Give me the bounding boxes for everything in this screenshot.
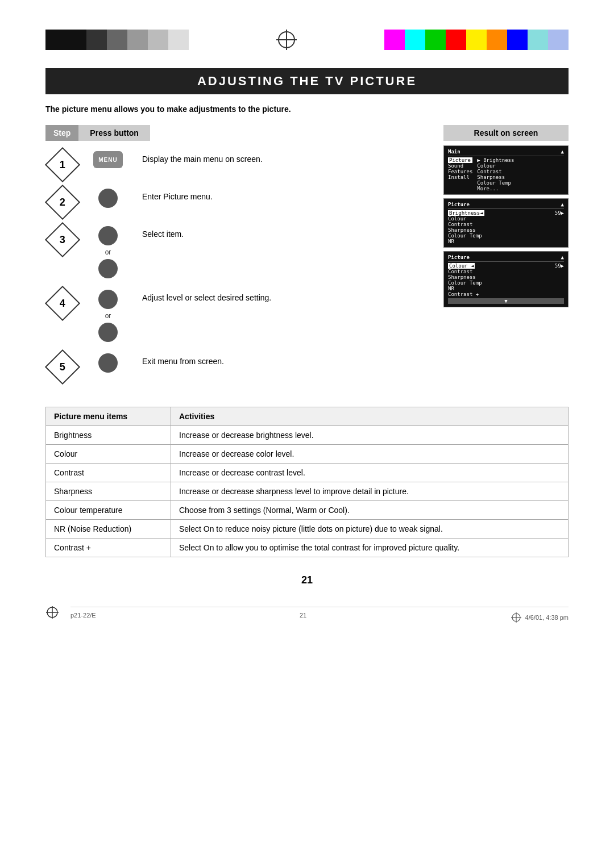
bar-magenta xyxy=(384,30,405,50)
table-activity-cell: Select On to reduce noisy picture (littl… xyxy=(171,520,569,539)
step-1-diamond: 1 xyxy=(45,147,80,182)
bar-white-1 xyxy=(168,30,189,50)
nav-button-4b[interactable] xyxy=(98,323,118,342)
step-5-description: Exit menu from screen. xyxy=(136,352,432,366)
screen-preview-2: Picture ▲ Brightness◄ 59▶ Colour Contras… xyxy=(443,198,569,248)
table-item-cell: Colour temperature xyxy=(46,501,171,520)
step-3-diamond: 3 xyxy=(45,222,80,257)
bar-orange xyxy=(487,30,507,50)
step-2-number: 2 xyxy=(45,187,80,215)
result-header-label: Result on screen xyxy=(443,125,569,141)
crosshair-bottom-left-icon xyxy=(45,606,59,619)
or-text-3: or xyxy=(105,248,111,256)
bar-dark-1 xyxy=(86,30,107,50)
step-3-button-area: or xyxy=(80,225,136,278)
screen-preview-3: Picture ▲ Colour ◄ 59▶ Contrast Sharpnes… xyxy=(443,251,569,307)
bar-cyan xyxy=(405,30,425,50)
color-bars-left xyxy=(45,30,189,50)
step-1-button-area: MENU xyxy=(80,150,136,168)
color-bars-right xyxy=(384,30,569,50)
step-1-description: Display the main menu on screen. xyxy=(136,150,432,164)
table-activity-cell: Select On to allow you to optimise the t… xyxy=(171,539,569,557)
step-1-row: 1 MENU Display the main menu on screen. xyxy=(45,150,432,177)
bar-black-2 xyxy=(66,30,86,50)
table-item-cell: Brightness xyxy=(46,426,171,445)
bar-mid-1 xyxy=(107,30,127,50)
table-item-cell: Contrast xyxy=(46,464,171,482)
step-4-number: 4 xyxy=(45,289,80,316)
footer-left: p21-22/E xyxy=(70,612,96,623)
steps-header: Step Press button xyxy=(45,125,432,141)
step-2-button-area xyxy=(80,187,136,208)
step-5-row: 5 Exit menu from screen. xyxy=(45,352,432,379)
table-row: Contrast +Select On to allow you to opti… xyxy=(46,539,569,557)
table-row: Colour temperatureChoose from 3 settings… xyxy=(46,501,569,520)
crosshair-left xyxy=(269,28,304,51)
table-row: BrightnessIncrease or decrease brightnes… xyxy=(46,426,569,445)
step-4-diamond: 4 xyxy=(45,286,80,321)
table-row: ColourIncrease or decrease color level. xyxy=(46,445,569,464)
step-4-button-area: or xyxy=(80,289,136,342)
table-activity-cell: Increase or decrease contrast level. xyxy=(171,464,569,482)
step-4-description: Adjust level or select desired setting. xyxy=(136,289,432,302)
step-2-description: Enter Picture menu. xyxy=(136,187,432,201)
step-3-row: 3 or Select item. xyxy=(45,225,432,278)
step-5-number: 5 xyxy=(45,352,80,379)
table-row: NR (Noise Reduction)Select On to reduce … xyxy=(46,520,569,539)
nav-button-3a[interactable] xyxy=(98,226,118,245)
bar-black-1 xyxy=(45,30,66,50)
table-activity-cell: Increase or decrease color level. xyxy=(171,445,569,464)
table-row: SharpnessIncrease or decrease sharpness … xyxy=(46,482,569,501)
table-item-cell: Sharpness xyxy=(46,482,171,501)
screen-preview-1: Main ▲ Picture Sound Features Install ▶ … xyxy=(443,145,569,195)
nav-button-5[interactable] xyxy=(98,353,118,373)
table-activity-cell: Increase or decrease brightness level. xyxy=(171,426,569,445)
step-2-diamond: 2 xyxy=(45,185,80,220)
bar-light-1 xyxy=(127,30,148,50)
bar-ltcyan xyxy=(528,30,548,50)
table-activity-cell: Increase or decrease sharpness level to … xyxy=(171,482,569,501)
table-col1-header: Picture menu items xyxy=(46,407,171,426)
step-1-number: 1 xyxy=(45,150,80,177)
or-text-4: or xyxy=(105,312,111,320)
bar-yellow xyxy=(466,30,487,50)
bar-lighter-1 xyxy=(148,30,168,50)
page: Adjusting the TV Picture The picture men… xyxy=(0,0,614,868)
step-4-row: 4 or Adjust level or select desired sett… xyxy=(45,289,432,342)
table-item-cell: NR (Noise Reduction) xyxy=(46,520,171,539)
step-5-diamond: 5 xyxy=(45,349,80,385)
subtitle: The picture menu allows you to make adju… xyxy=(45,105,569,114)
page-title: Adjusting the TV Picture xyxy=(45,68,569,94)
step-2-row: 2 Enter Picture menu. xyxy=(45,187,432,215)
step-5-button-area xyxy=(80,352,136,373)
table-item-cell: Contrast + xyxy=(46,539,171,557)
page-footer: p21-22/E 21 4/6/01, 4:38 pm xyxy=(70,607,569,623)
footer-center: 21 xyxy=(300,612,306,623)
bar-green xyxy=(425,30,446,50)
step-3-number: 3 xyxy=(45,225,80,252)
bar-red xyxy=(446,30,466,50)
nav-button-4a[interactable] xyxy=(98,290,118,309)
press-header-label: Press button xyxy=(78,125,150,141)
nav-button-2[interactable] xyxy=(98,189,118,208)
step-3-description: Select item. xyxy=(136,225,432,239)
nav-button-3b[interactable] xyxy=(98,259,118,278)
result-section: Result on screen Main ▲ Picture Sound Fe… xyxy=(443,125,569,390)
step-header-label: Step xyxy=(45,125,78,141)
color-bars xyxy=(45,28,569,51)
table-activity-cell: Choose from 3 settings (Normal, Warm or … xyxy=(171,501,569,520)
table-col2-header: Activities xyxy=(171,407,569,426)
footer-right: 4/6/01, 4:38 pm xyxy=(525,614,569,621)
table-row: ContrastIncrease or decrease contrast le… xyxy=(46,464,569,482)
picture-menu-table: Picture menu items Activities Brightness… xyxy=(45,407,569,557)
table-item-cell: Colour xyxy=(46,445,171,464)
steps-section: Step Press button 1 MENU Display the mai… xyxy=(45,125,432,390)
page-number: 21 xyxy=(45,574,569,586)
menu-button-1[interactable]: MENU xyxy=(93,151,123,168)
bar-ltblue xyxy=(548,30,569,50)
crosshair-footer-icon xyxy=(511,612,522,623)
bar-blue xyxy=(507,30,528,50)
